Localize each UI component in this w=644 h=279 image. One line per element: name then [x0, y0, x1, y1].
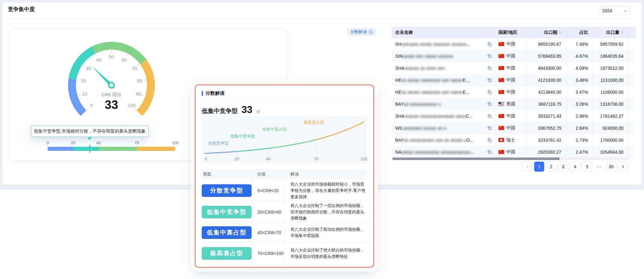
country-name: 中国 [506, 89, 515, 95]
svg-text:60: 60 [122, 57, 127, 62]
table-row: WILaoeaoaeo aoeao ao a中国3367652.752.84%9… [391, 122, 633, 134]
company-name-blurred: ao aeoao oaeaoaoe aoe oaeao [401, 78, 463, 83]
page-button-1[interactable]: 1 [534, 162, 544, 172]
title-divider [8, 18, 636, 18]
gauge-tooltip-text: 低集中竞争型,市场相对分散，不存在明显的寡头垄断现象 [34, 128, 146, 134]
export-volume-cell: 1781462.27 [593, 110, 628, 122]
type-badge[interactable]: 分散竞争型 [202, 184, 252, 197]
sort-icon[interactable] [621, 31, 623, 34]
year-select[interactable]: 2024 [599, 6, 630, 15]
range-bar-tick [86, 145, 86, 146]
page-button-3[interactable]: 3 [558, 162, 568, 172]
country-name: 美国 [506, 101, 515, 107]
row-spacer [628, 122, 636, 134]
row-spacer [628, 38, 636, 50]
copy-icon[interactable] [486, 78, 492, 82]
row-spacer [628, 146, 636, 158]
next-page-button[interactable]: › [618, 162, 628, 172]
page-button-30[interactable]: 30 [606, 162, 616, 172]
score-interpret-button[interactable]: 分数解读 i [347, 28, 376, 36]
horizontal-scrollbar[interactable] [392, 157, 628, 160]
type-badge[interactable]: 低集中竞争型 [202, 206, 252, 218]
gauge-tooltip: 低集中竞争型,市场相对分散，不存在明显的寡头垄断现象 [31, 126, 149, 137]
column-header-sortable[interactable]: 出口额 [526, 27, 566, 38]
range-bar-tick [175, 145, 176, 146]
type-table-range-cell: 70<CR8<100 [252, 242, 285, 264]
copy-icon[interactable] [486, 126, 492, 130]
row-spacer [628, 110, 636, 122]
company-name-prefix: HE [395, 78, 401, 83]
country-cell: 中国 [495, 74, 526, 86]
column-header-sortable[interactable]: 出口量 [593, 27, 628, 38]
company-name-cell[interactable]: BAYao aoeaoaoaeo aoe ao aeoao aO... [391, 134, 495, 146]
copy-icon[interactable] [486, 42, 492, 46]
company-name-suffix: ... [467, 42, 470, 47]
company-name-cell[interactable]: HEao aeoao oaeaoaoe aoe oaeaoE... [391, 86, 495, 98]
modal-score-line: 低集中竞争型 33 分 [202, 104, 260, 116]
table-row: NAaoeao aoeaoaoeao aoeaoaoaeoao...中国2920… [391, 146, 633, 158]
scrollbar-thumb[interactable] [392, 157, 560, 160]
page-button-4[interactable]: 4 [570, 162, 580, 172]
row-spacer [628, 98, 636, 110]
type-table-desc-cell: 前八大企业控制了一定比例的市场份额，但市场仍然相对分散，不存在明显的寡头垄断现象 [285, 201, 367, 223]
export-value-cell: 3233781.42 [526, 134, 566, 146]
table-row: HEao aeoao oaeaoaoe aoe oaeaoE...中国41218… [391, 74, 633, 86]
flag-icon-us [498, 102, 504, 106]
page-ellipsis[interactable]: ••• [594, 162, 604, 172]
export-value-cell: 3887116.75 [526, 98, 566, 110]
type-table-type-cell: 低集中寡占型 [202, 223, 252, 242]
company-name-prefix: HE [395, 90, 401, 95]
type-table-header-cell: 解读 [285, 169, 367, 179]
svg-text:70: 70 [314, 157, 319, 161]
copy-icon[interactable] [486, 102, 492, 106]
range-bar-tick-label: 70 [135, 140, 139, 145]
company-name-cell[interactable]: HEao aeoao oaeaoaoe aoe oaeaoE... [391, 74, 495, 86]
range-bar-tick-label: 0 [46, 140, 49, 145]
flag-icon-ch [498, 138, 504, 142]
export-value-cell: 3367652.75 [526, 122, 566, 134]
type-table-row: 低集中竞争型20<CR8<40前八大企业控制了一定比例的市场份额，但市场仍然相对… [202, 201, 367, 223]
copy-icon[interactable] [486, 66, 492, 70]
range-bar-tick [111, 145, 112, 146]
copy-icon[interactable] [486, 150, 492, 154]
type-badge[interactable]: 低集中寡占型 [202, 226, 252, 239]
company-name-suffix: E... [463, 90, 469, 95]
svg-text:0: 0 [205, 157, 207, 161]
country-cell: 中国 [495, 146, 526, 158]
copy-icon[interactable] [486, 114, 492, 118]
company-name-prefix: SH [395, 42, 401, 47]
company-name-cell[interactable]: BAYao aoeaoaoeaoa o [391, 98, 495, 110]
company-name-cell[interactable]: SINaoeao aeo oaeao aoeaoa [391, 50, 495, 62]
company-name-cell[interactable]: SHAoeaoao ao aoeo aeo [391, 62, 495, 74]
score-interpret-button-label: 分数解读 [350, 29, 367, 35]
page-button-2[interactable]: 2 [546, 162, 556, 172]
sort-icon[interactable] [559, 31, 561, 34]
copy-icon[interactable] [486, 90, 492, 94]
company-name-cell[interactable]: SHAoeaoao aoeaoaoaeoaoao aoeaC... [391, 110, 495, 122]
company-name-blurred: ao aoeaoaoaeo aoe ao aeoao a [404, 138, 467, 143]
country-name: 中国 [506, 149, 515, 155]
page-button-5[interactable]: 5 [582, 162, 592, 172]
type-table-desc-cell: 前八大企业控制了绝大部分的市场份额，市场呈现出明显的寡头垄断特征 [285, 242, 367, 264]
svg-text:100: 100 [361, 157, 367, 161]
share-cell: 3.28% [566, 98, 593, 110]
copy-icon[interactable] [486, 138, 492, 142]
svg-text:20: 20 [235, 157, 239, 161]
type-badge[interactable]: 极高寡占型 [202, 247, 252, 260]
prev-page-button[interactable]: ‹ [522, 162, 532, 172]
company-name-blurred: ao aoeaoaoeaoa o [404, 102, 441, 107]
company-name-cell[interactable]: SHaoeuaoe aeoao oeaoaoe aoeaoa... [391, 38, 495, 50]
info-icon: i [369, 30, 373, 34]
column-header-label: 占比 [579, 30, 588, 35]
country-cell: 瑞士 [495, 134, 526, 146]
company-name-cell[interactable]: NAaoeao aoeaoaoeao aoeaoaoaeoao... [391, 146, 495, 158]
type-table-range-cell: 20<CR8<40 [252, 201, 285, 223]
type-table-header-row: 类型分值解读 [202, 169, 367, 179]
company-name-cell[interactable]: WILaoeaoaeo aoeao ao a [391, 122, 495, 134]
type-table-row: 低集中寡占型40<CR8<70前八大企业控制了相当比例的市场份额，市场集中度较高 [202, 223, 367, 242]
range-bar-tick [48, 145, 48, 146]
copy-icon[interactable] [486, 54, 492, 58]
company-name-suffix: ... [470, 150, 474, 155]
row-spacer [628, 134, 636, 146]
type-table-range-cell: 40<CR8<70 [252, 223, 285, 242]
